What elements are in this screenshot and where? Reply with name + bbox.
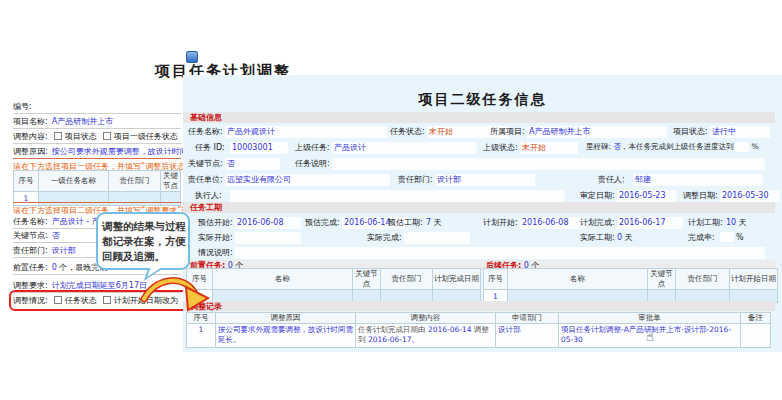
est-end-label: 预估完成: xyxy=(305,217,340,228)
pre-tasks-table: 序号 名称 关键节点 责任部门 计划完成日期 1 xyxy=(186,268,481,303)
act-end-label: 实际完成: xyxy=(367,232,402,243)
approve-date-value: 2016-05-23 xyxy=(617,190,677,202)
milestone-text: ，本任务完成则上级任务进度达到 xyxy=(621,142,734,151)
parent-task-label: 上级任务: xyxy=(295,142,330,153)
plan-days-value: 10 天 xyxy=(726,217,747,228)
pct-label: 完成率: xyxy=(688,232,715,243)
pct-value: % xyxy=(718,232,744,242)
column-header: 关键节点 xyxy=(161,171,181,192)
unit-value: 远望实业有限公司 xyxy=(225,174,390,186)
field-row-project-name: 项目名称:A产品研制并上市 xyxy=(13,115,181,129)
column-header: 名称 xyxy=(508,269,648,290)
field-row-number: 编号: xyxy=(13,100,181,114)
dept-value: 设计部 xyxy=(52,246,76,255)
adjust-date-label: 调整日期: xyxy=(683,190,718,201)
task-desc-field xyxy=(332,158,765,170)
pct-field xyxy=(720,232,734,242)
task-id-label: 任务 ID: xyxy=(195,142,225,153)
project-status-label: 项目状态: xyxy=(673,126,708,137)
est-start-label: 预估开始: xyxy=(198,217,233,228)
log-content-text: 任务计划完成日期由 xyxy=(358,325,428,334)
log-content-date2: 2016-06-17。 xyxy=(368,335,419,344)
act-start-field xyxy=(235,232,301,244)
milestone-value: 否 xyxy=(613,142,621,151)
field-row-adjust-reason: 调整原因:按公司要求外观需要调整，故设计时间需延长。 xyxy=(13,145,181,159)
est-days-value: 7 天 xyxy=(426,217,442,228)
situation-field xyxy=(235,247,765,259)
column-header: 一级任务名称 xyxy=(39,171,109,192)
column-header: 责任部门 xyxy=(381,269,433,290)
task-name-label: 任务名称: xyxy=(188,126,223,137)
executor-label: 执行人: xyxy=(195,190,222,201)
milestone-row: 里程碑: 否，本任务完成则上级任务进度达到% xyxy=(586,142,759,152)
column-header: 计划开始日期 xyxy=(730,269,778,290)
section-title-basic: 基础信息 xyxy=(190,113,222,122)
adjust-date-value: 2016-05-30 xyxy=(720,190,780,202)
column-header: 申请部门 xyxy=(496,313,559,324)
days-unit: 天 xyxy=(739,218,747,227)
parent-status-label: 上级状态: xyxy=(483,142,518,153)
number-label: 编号: xyxy=(13,102,32,111)
column-header: 责任部门 xyxy=(676,269,730,290)
plan-start-value: 2016-06-08 xyxy=(520,217,586,229)
log-reason-cell: 按公司要求外观需要调整，故设计时间需延长。 xyxy=(216,324,356,348)
column-header: 序号 xyxy=(484,269,508,290)
column-header: 调整原因 xyxy=(216,313,356,324)
adjust-log-row: 1 按公司要求外观需要调整，故设计时间需延长。 任务计划完成日期由 2016-0… xyxy=(187,324,771,348)
unit-label: 责任单位: xyxy=(188,174,223,185)
adjust-content-label: 调整内容: xyxy=(13,132,48,141)
project-label: 所属项目: xyxy=(490,126,525,137)
checkbox-label-level1-status: 项目一级任务状态 xyxy=(114,132,178,141)
adjust-reason-label: 调整原因: xyxy=(13,147,48,156)
post-tasks-table: 序号 名称 关键节点 责任部门 计划开始日期 1 xyxy=(483,268,778,303)
checkbox-level1-status[interactable] xyxy=(103,132,111,140)
log-content-cell: 任务计划完成日期由 2016-06-14 调整到 2016-06-17。 xyxy=(356,324,496,348)
dept-value: 设计部 xyxy=(435,174,535,186)
est-start-value: 2016-06-08 xyxy=(235,217,301,229)
project-status-value: 进行中 xyxy=(710,126,770,138)
section-bar-log: 调整记录 xyxy=(183,301,775,311)
pct-unit: % xyxy=(736,233,744,242)
act-days-number: 0 xyxy=(617,233,622,242)
adjust-log-table: 序号 调整原因 调整内容 申请部门 审批单 备注 1 按公司要求外观需要调整，故… xyxy=(186,312,771,348)
est-days-label: 预估工期: xyxy=(388,217,423,228)
approve-date-label: 审定日期: xyxy=(580,190,615,201)
task-status-label: 任务状态: xyxy=(390,126,425,137)
column-header: 名称 xyxy=(213,269,353,290)
key-node-label: 关键节点: xyxy=(13,231,48,240)
section-bar-basic: 基础信息 xyxy=(183,112,775,123)
milestone-label: 里程碑: xyxy=(586,142,611,151)
milestone-pct-unit: % xyxy=(751,142,758,151)
parent-task-value: 产品设计 xyxy=(332,142,477,154)
project-name-label: 项目名称: xyxy=(13,117,48,126)
right-panel-title: 项目二级任务信息 xyxy=(183,91,782,109)
log-content-date1: 2016-06-14 xyxy=(428,325,472,334)
column-header: 审批单 xyxy=(559,313,741,324)
screenshot-root: 项目任务计划调整 编号: 项目名称:A产品研制并上市 调整内容:项目状态项目一级… xyxy=(0,0,782,400)
right-panel: 项目二级任务信息 基础信息 任务名称: 产品外观设计 任务状态: 未开始 所属项… xyxy=(183,75,782,352)
column-header: 关键节点 xyxy=(353,269,381,290)
checkbox-label-project-status: 项目状态 xyxy=(65,132,97,141)
checkbox-task-status[interactable] xyxy=(54,296,62,304)
task-name-field: 产品外观设计 xyxy=(225,126,387,138)
row-number-cell: 1 xyxy=(187,324,216,348)
parent-status-value: 未开始 xyxy=(520,142,578,154)
days-unit: 天 xyxy=(434,218,442,227)
pre-tasks-label: 前置任务: xyxy=(13,263,48,272)
days-unit: 天 xyxy=(625,233,633,242)
column-header: 关键节点 xyxy=(648,269,676,290)
est-days-number: 7 xyxy=(426,218,431,227)
section-bar-duration: 任务工期 xyxy=(183,202,775,213)
task-id-value: 10003001 xyxy=(230,142,288,154)
column-header: 序号 xyxy=(14,171,39,192)
level1-task-table: 序号 一级任务名称 责任部门 关键节点 1 xyxy=(13,170,181,206)
owner-label: 责任人: xyxy=(598,174,625,185)
checkbox-project-status[interactable] xyxy=(54,132,62,140)
adjust-request-label: 调整要求: xyxy=(13,281,48,290)
key-node-label: 关键节点: xyxy=(188,158,223,169)
adjust-status-label: 调整情况: xyxy=(13,296,48,305)
checkbox-plan-start-change[interactable] xyxy=(103,296,111,304)
act-days-label: 实际工期: xyxy=(580,232,615,243)
act-end-field xyxy=(404,232,470,244)
annotation-text: 调整的结果与过程都记录在案，方便回顾及追溯。 xyxy=(102,220,186,262)
